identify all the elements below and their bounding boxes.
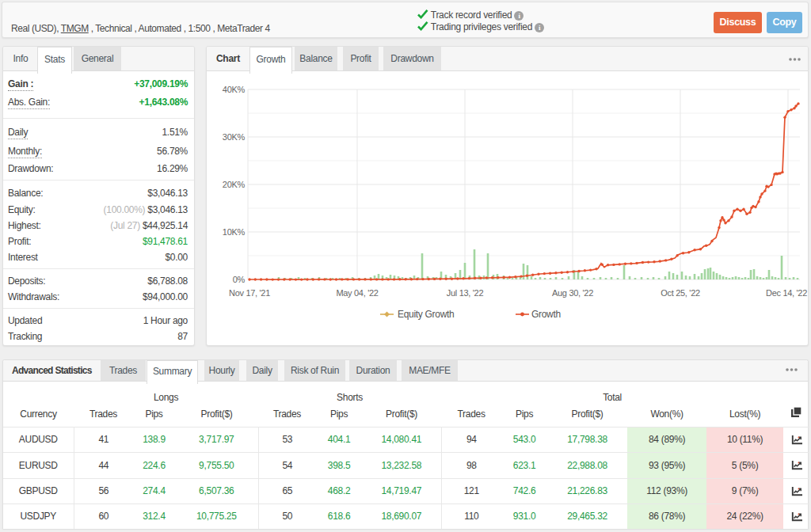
svg-text:May 04, '22: May 04, '22: [336, 288, 378, 298]
svg-text:Growth: Growth: [531, 309, 561, 320]
svg-text:Jul 13, '22: Jul 13, '22: [447, 288, 484, 298]
svg-text:Equity Growth: Equity Growth: [398, 309, 454, 320]
svg-text:Nov 17, '21: Nov 17, '21: [229, 288, 270, 298]
svg-text:40K%: 40K%: [223, 85, 246, 94]
svg-text:Aug 30, '22: Aug 30, '22: [552, 288, 593, 298]
svg-text:10K%: 10K%: [223, 227, 246, 237]
svg-text:0%: 0%: [233, 275, 246, 284]
svg-text:Oct 25, '22: Oct 25, '22: [661, 288, 700, 298]
svg-text:Dec 14, '22: Dec 14, '22: [766, 288, 807, 298]
svg-text:30K%: 30K%: [223, 132, 246, 142]
svg-text:20K%: 20K%: [223, 180, 246, 189]
